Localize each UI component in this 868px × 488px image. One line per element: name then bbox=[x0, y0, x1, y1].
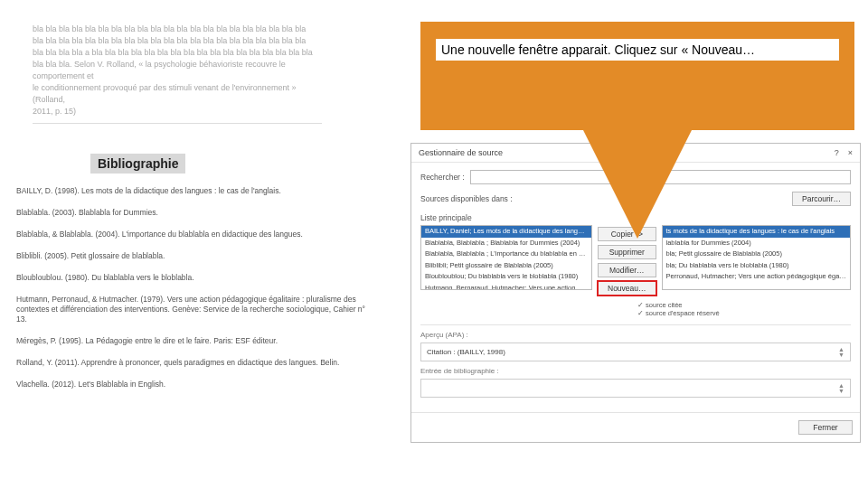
bibliography-item: BAILLY, D. (1998). Les mots de la didact… bbox=[16, 186, 378, 196]
bibliography-section: Bibliographie BAILLY, D. (1998). Les mot… bbox=[16, 154, 378, 402]
legend: source citée source d'espace réservé bbox=[637, 301, 851, 317]
bibliography-item: Blablabla, & Blablabla. (2004). L'import… bbox=[16, 230, 378, 239]
callout-tail bbox=[583, 130, 692, 239]
new-button[interactable]: Nouveau… bbox=[598, 281, 656, 296]
bibliography-item: Rolland, Y. (2011). Apprendre à prononce… bbox=[16, 358, 378, 368]
scroll-arrows-icon[interactable]: ▲▼ bbox=[838, 383, 844, 393]
entry-label: Entrée de bibliographie : bbox=[420, 367, 851, 375]
preview-label: Aperçu (APA) : bbox=[420, 331, 851, 339]
document-body-text: bla bla bla bla bla bla bla bla bla bla … bbox=[33, 23, 322, 124]
bibliography-item: Méregès, P. (1995). La Pédagogie entre l… bbox=[16, 336, 378, 346]
text-line: 2011, p. 15) bbox=[33, 106, 322, 117]
entry-preview: ▲▼ bbox=[420, 379, 851, 398]
instruction-callout: Une nouvelle fenêtre apparait. Cliquez s… bbox=[420, 22, 854, 278]
scroll-arrows-icon[interactable]: ▲▼ bbox=[838, 347, 844, 357]
close-button[interactable]: Fermer bbox=[798, 420, 853, 435]
legend-cited: source citée bbox=[637, 301, 851, 309]
text-line: bla bla bla bla bla bla bla bla bla bla … bbox=[33, 35, 322, 47]
bibliography-item: Bloubloublou. (1980). Du blablabla vers … bbox=[16, 273, 378, 283]
text-line: bla bla bla bla a bla bla bla bla bla bl… bbox=[33, 47, 322, 59]
bibliography-heading: Bibliographie bbox=[90, 154, 185, 174]
bibliography-item: Vlachella. (2012). Let's Blablabla in En… bbox=[16, 380, 378, 389]
text-line: bla bla bla bla bla bla bla bla bla bla … bbox=[33, 23, 322, 35]
bibliography-item: Hutmann, Perronaud, & Hutmacher. (1979).… bbox=[16, 295, 378, 324]
text-line: bla bla bla. Selon V. Rolland, « la psyc… bbox=[33, 59, 322, 82]
callout-box: Une nouvelle fenêtre apparait. Cliquez s… bbox=[420, 22, 854, 130]
legend-placeholder: source d'espace réservé bbox=[637, 309, 851, 317]
bibliography-item: Blablabla. (2003). Blablabla for Dummies… bbox=[16, 208, 378, 218]
citation-preview: Citation : (BAILLY, 1998) ▲▼ bbox=[420, 343, 851, 361]
text-line: le conditionnement provoqué par des stim… bbox=[33, 82, 322, 106]
citation-text: Citation : (BAILLY, 1998) bbox=[427, 348, 505, 356]
callout-text: Une nouvelle fenêtre apparait. Cliquez s… bbox=[436, 39, 839, 61]
bibliography-item: Bliblibli. (2005). Petit glossaire de bl… bbox=[16, 251, 378, 261]
list-item[interactable]: Hutmann, Bernaraud, Hutmacher; Vers une … bbox=[421, 283, 591, 291]
